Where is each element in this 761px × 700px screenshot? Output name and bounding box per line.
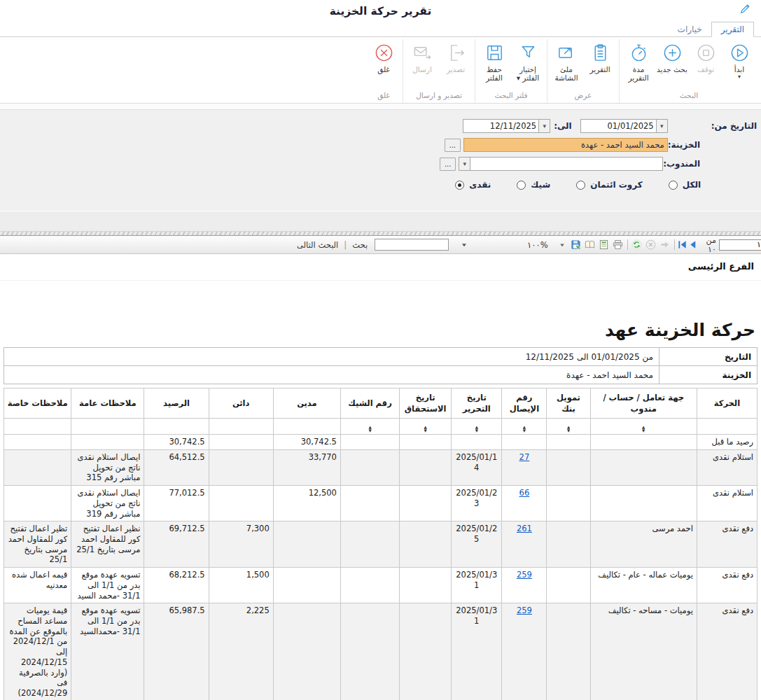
date-from-picker[interactable]: 01/01/2025 ▾ (580, 119, 668, 133)
cell-receipt: 27 (502, 449, 547, 485)
cancel-icon (644, 239, 658, 251)
radio-button[interactable] (455, 181, 464, 190)
print-layout-icon[interactable] (597, 239, 611, 251)
ribbon-button-label: مدة التقرير (622, 65, 655, 83)
treasury-label: الخزينة: (668, 140, 700, 150)
sort-button[interactable]: ▲▼ (475, 426, 478, 433)
date-to-dropdown-icon[interactable]: ▾ (538, 119, 550, 133)
ribbon-button-label: إختيار الفلتر ▾ (511, 65, 545, 83)
previous-page-button[interactable] (687, 239, 698, 251)
report-info-table: التاريخمن 01/01/2025 الى 12/11/2025الخزي… (4, 347, 757, 384)
ribbon-button[interactable]: حفظ الفلتر (477, 41, 511, 83)
toolbar-separator (674, 239, 675, 250)
agent-dropdown-icon[interactable]: ▾ (459, 157, 470, 171)
cell-bank (547, 435, 590, 450)
agent-filter-row: المندوب: ▾ ... (4, 157, 757, 171)
cell-receipt: 259 (502, 603, 547, 700)
sort-button[interactable]: ▲▼ (424, 426, 427, 433)
cell-notes-private: قيمه اعمال شده معدنيه (4, 568, 71, 603)
cell-check-no (340, 522, 399, 568)
receipt-link[interactable]: 261 (517, 524, 532, 533)
sort-button[interactable]: ▲▼ (642, 426, 645, 433)
go-forward-icon (658, 239, 672, 251)
treasury-field[interactable]: محمد السيد احمد - عهدة (463, 138, 668, 152)
receipt-link[interactable]: 259 (517, 570, 532, 580)
page-setup-icon[interactable] (583, 239, 597, 251)
page-number-input[interactable] (719, 239, 761, 251)
ribbon-button[interactable]: ابدأ▾ (722, 41, 756, 79)
cell-debit: 30,742.5 (273, 435, 340, 450)
date-to-value[interactable]: 12/11/2025 (463, 119, 538, 133)
date-to-label: الى: (554, 121, 572, 131)
printer-icon[interactable] (611, 239, 625, 251)
date-from-dropdown-icon[interactable]: ▾ (656, 119, 668, 133)
sort-cell: ▲▼ (400, 419, 452, 435)
sort-button[interactable]: ▲▼ (567, 426, 570, 433)
ribbon-group-label: البحث (622, 91, 756, 103)
sort-button[interactable]: ▲▼ (368, 426, 371, 433)
agent-browse-button[interactable]: ... (440, 158, 456, 171)
ribbon-group: إختيار الفلتر ▾حفظ الفلترفلتر البحث (475, 39, 547, 103)
refresh-icon[interactable] (630, 239, 644, 251)
report-viewer-toolbar: البحث التالى | بحث ١٠٠% من ١٠ (0, 236, 761, 254)
find-input[interactable] (375, 239, 449, 251)
chevron-down-icon: ▾ (738, 74, 741, 79)
date-from-value[interactable]: 01/01/2025 (580, 119, 656, 133)
splitter-handle[interactable] (0, 231, 761, 236)
column-header: رقم الشيك (340, 388, 399, 419)
document-map-branch[interactable]: الفرع الرئيسى (7, 261, 754, 272)
cell-notes-private (4, 449, 71, 485)
receipt-link[interactable]: 27 (519, 452, 530, 462)
receipt-link[interactable]: 66 (519, 488, 530, 498)
find-button[interactable]: بحث (352, 240, 368, 250)
zoom-level[interactable]: ١٠٠% (527, 240, 547, 250)
cell-party (590, 486, 697, 522)
cell-party (590, 449, 697, 485)
sort-button[interactable]: ▲▼ (523, 426, 526, 433)
agent-combobox[interactable]: ▾ (459, 157, 663, 171)
cell-credit (209, 486, 273, 522)
find-next-button[interactable]: البحث التالى (297, 240, 338, 250)
ribbon-button[interactable]: ملئ الشاشة (550, 41, 583, 83)
cell-bank (547, 568, 590, 603)
radio-button[interactable] (576, 181, 585, 190)
radio-button[interactable] (669, 181, 678, 190)
payment-type-radios: الكلكروت ائتمانشيكنقدى (4, 180, 757, 190)
payment-type-option[interactable]: شيك (517, 180, 550, 190)
ribbon-button[interactable]: غلق (367, 41, 400, 74)
payment-type-option[interactable]: الكل (669, 180, 701, 190)
ribbon-button-label: تصدير (447, 65, 465, 74)
receipt-link[interactable]: 259 (517, 606, 532, 615)
funnel-icon (518, 43, 538, 63)
report-title: حركة الخزينة عهد (6, 320, 755, 340)
cell-check-no (340, 435, 399, 450)
ribbon-group: تصديرارسالتصدير و ارسال (403, 39, 475, 103)
radio-button[interactable] (517, 181, 526, 190)
export-icon (446, 43, 466, 63)
mail-icon (412, 43, 433, 63)
agent-value[interactable] (470, 157, 663, 171)
ribbon-button[interactable]: إختيار الفلتر ▾ (511, 41, 545, 83)
date-to-picker[interactable]: 12/11/2025 ▾ (463, 119, 550, 133)
page-navigation: من ١٠ (677, 236, 761, 254)
export-save-icon[interactable] (569, 239, 583, 251)
tab-report[interactable]: التقرير (711, 22, 754, 37)
ribbon-button[interactable]: بحث جديد (655, 41, 689, 74)
payment-type-option[interactable]: نقدى (455, 180, 491, 190)
sort-cell (71, 419, 144, 435)
ribbon-button: تصدير (439, 41, 473, 74)
tab-options[interactable]: خيارات (669, 22, 711, 36)
ribbon-button[interactable]: مدة التقرير (622, 41, 655, 83)
cell-bank (547, 449, 590, 485)
first-page-button[interactable] (677, 239, 687, 251)
edit-pencil-icon[interactable] (739, 3, 751, 15)
zoom-dropdown-icon[interactable] (460, 241, 468, 249)
payment-type-option[interactable]: كروت ائتمان (576, 180, 642, 190)
table-header-row: الحركةجهة تعامل / حساب /مندوبتمويل بنكرق… (4, 388, 757, 419)
treasury-browse-button[interactable]: ... (445, 139, 461, 152)
info-row: الخزينةمحمد السيد احمد - عهدة (4, 366, 757, 384)
divider (0, 280, 761, 281)
ribbon-button[interactable]: التقرير (583, 41, 617, 74)
table-row: دفع نقدىاحمد مرسى2612025/01/257,30069,71… (4, 522, 757, 568)
export-dropdown-icon[interactable] (555, 239, 569, 251)
